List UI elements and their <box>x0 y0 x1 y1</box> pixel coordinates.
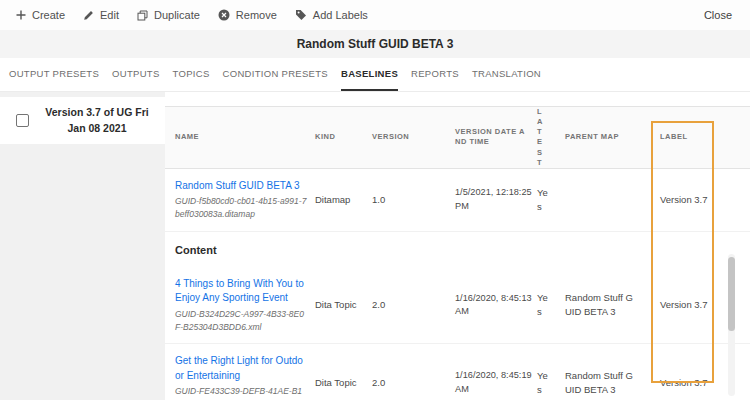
remove-label: Remove <box>236 9 277 21</box>
tab-topics[interactable]: TOPICS <box>173 58 210 91</box>
document-guid: GUID-B324D29C-A997-4B33-8E0F-B25304D3BDD… <box>175 308 307 334</box>
cell-kind: Ditamap <box>315 193 372 207</box>
top-toolbar: Create Edit Duplicate Remove Add Labels … <box>0 0 750 30</box>
document-guid: GUID-FE433C39-DEFB-41AE-B1B7-07AE370FB9A… <box>175 385 307 400</box>
column-header-parent-map: PARENT MAP <box>565 132 660 143</box>
pencil-icon <box>83 10 94 21</box>
tab-condition-presets[interactable]: CONDITION PRESETS <box>223 58 328 91</box>
cell-latest: Yes <box>537 369 565 397</box>
page-header: Random Stuff GUID BETA 3 <box>0 30 750 58</box>
create-button[interactable]: Create <box>16 9 65 21</box>
baselines-body: Version 3.7 of UG Fri Jan 08 2021 NAME K… <box>0 92 750 400</box>
duplicate-button[interactable]: Duplicate <box>137 9 200 21</box>
baseline-checkbox[interactable] <box>16 114 29 127</box>
cell-label: Version 3.7 <box>660 298 726 312</box>
document-link[interactable]: Get the Right Light for Outdoor Entertai… <box>175 354 307 383</box>
document-link[interactable]: 4 Things to Bring With You to Enjoy Any … <box>175 277 307 306</box>
add-labels-label: Add Labels <box>313 9 368 21</box>
cell-version-date: 1/16/2020, 8:45:19 AM <box>455 369 537 396</box>
baseline-list-item[interactable]: Version 3.7 of UG Fri Jan 08 2021 <box>0 97 165 144</box>
tab-output-presets[interactable]: OUTPUT PRESETS <box>9 58 99 91</box>
page-title: Random Stuff GUID BETA 3 <box>297 37 454 51</box>
scrollbar-thumb[interactable] <box>728 257 735 331</box>
baseline-list-sidebar: Version 3.7 of UG Fri Jan 08 2021 <box>0 92 165 400</box>
column-header-name: NAME <box>175 132 315 143</box>
column-header-kind: KIND <box>315 132 372 143</box>
cell-version: 2.0 <box>372 298 455 312</box>
baseline-manager-window: Create Edit Duplicate Remove Add Labels … <box>0 0 750 400</box>
edit-label: Edit <box>100 9 119 21</box>
cell-latest: Yes <box>537 186 565 214</box>
edit-button[interactable]: Edit <box>83 9 119 21</box>
cell-version: 1.0 <box>372 193 455 207</box>
column-header-latest: LATEST <box>537 107 565 168</box>
cell-label: Version 3.7 <box>660 376 726 390</box>
vertical-scrollbar[interactable] <box>728 254 735 396</box>
cell-latest: Yes <box>537 291 565 319</box>
create-label: Create <box>32 9 65 21</box>
baseline-detail-panel: NAME KIND VERSION VERSION DATE AND TIME … <box>165 92 750 400</box>
cell-name: Random Stuff GUID BETA 3 GUID-f5b80cd0-c… <box>175 179 315 221</box>
cell-label: Version 3.7 <box>660 193 726 207</box>
tab-bar: OUTPUT PRESETS OUTPUTS TOPICS CONDITION … <box>0 58 750 92</box>
column-header-version-date: VERSION DATE AND TIME <box>455 127 537 149</box>
add-labels-button[interactable]: Add Labels <box>295 9 368 21</box>
cell-kind: Dita Topic <box>315 298 372 312</box>
document-link[interactable]: Random Stuff GUID BETA 3 <box>175 179 307 194</box>
table-row-topic-2: Get the Right Light for Outdoor Entertai… <box>165 344 750 400</box>
cell-version-date: 1/16/2020, 8:45:13 AM <box>455 292 537 319</box>
tab-outputs[interactable]: OUTPUTS <box>112 58 160 91</box>
column-header-label: LABEL <box>660 132 726 143</box>
cell-name: Get the Right Light for Outdoor Entertai… <box>175 354 315 400</box>
tab-baselines[interactable]: BASELINES <box>341 58 398 91</box>
cell-parent-map: Random Stuff GUID BETA 3 <box>565 291 660 319</box>
document-guid: GUID-f5b80cd0-cb01-4b15-a991-7beff030083… <box>175 195 307 221</box>
tag-icon <box>295 9 307 21</box>
duplicate-icon <box>137 10 148 21</box>
cell-parent-map: Random Stuff GUID BETA 3 <box>565 369 660 397</box>
duplicate-label: Duplicate <box>154 9 200 21</box>
column-header-version: VERSION <box>372 132 455 143</box>
cell-kind: Dita Topic <box>315 376 372 390</box>
close-button[interactable]: Close <box>704 9 732 21</box>
table-row-topic-1: 4 Things to Bring With You to Enjoy Any … <box>165 267 750 345</box>
table-header-row: NAME KIND VERSION VERSION DATE AND TIME … <box>165 106 750 169</box>
cell-name: 4 Things to Bring With You to Enjoy Any … <box>175 277 315 334</box>
baseline-version-label: Version 3.7 of UG Fri Jan 08 2021 <box>37 105 157 135</box>
plus-icon <box>16 10 26 20</box>
tab-translation[interactable]: TRANSLATION <box>472 58 541 91</box>
tab-reports[interactable]: REPORTS <box>411 58 459 91</box>
cell-version-date: 1/5/2021, 12:18:25 PM <box>455 186 537 213</box>
table-row-ditamap: Random Stuff GUID BETA 3 GUID-f5b80cd0-c… <box>165 169 750 232</box>
cell-version: 2.0 <box>372 376 455 390</box>
content-section-label: Content <box>165 232 750 267</box>
remove-button[interactable]: Remove <box>218 9 277 21</box>
remove-circle-icon <box>218 9 230 21</box>
